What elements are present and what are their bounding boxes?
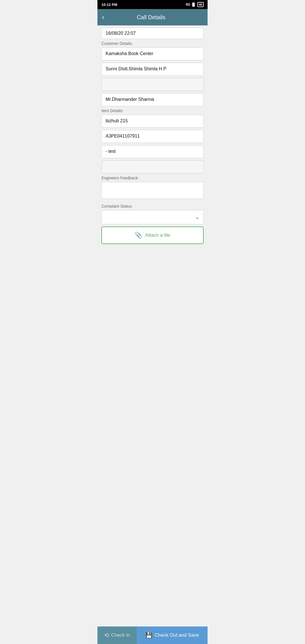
complaint-status-label: Complaint Status: [101, 204, 204, 208]
customer-details-label: Customer Details: [101, 41, 204, 46]
customer-name-field[interactable]: Kamaksha Book Center [101, 47, 204, 60]
item-serial-field[interactable]: A3PE041107911 [101, 130, 204, 143]
datetime-field: 16/08/20 22:07 [101, 28, 204, 39]
contact-person-field[interactable]: Mr.Dharmander Sharma [101, 93, 204, 106]
customer-field3[interactable] [101, 78, 204, 91]
paperclip-icon: 📎 [135, 232, 142, 239]
attach-file-button[interactable]: 📎 Attach a file [101, 227, 204, 244]
status-right: 4G ▐▌ 46 [186, 2, 204, 7]
signal-icon: 4G ▐▌ [186, 3, 196, 6]
status-bar: 10:12 PM 4G ▐▌ 46 [97, 0, 208, 9]
battery-icon: 46 [197, 2, 204, 7]
item-field4[interactable] [101, 160, 204, 173]
attach-file-label: Attach a file [145, 232, 170, 238]
item-model-field[interactable]: bizhub 215 [101, 115, 204, 128]
header: ‹ Call Details [97, 9, 208, 25]
header-title: Call Details [108, 14, 195, 21]
status-time: 10:12 PM [101, 3, 117, 7]
item-details-label: Item Details: [101, 108, 204, 113]
item-note-field[interactable]: - test [101, 145, 204, 158]
complaint-status-dropdown[interactable]: ⌄ [101, 210, 204, 224]
main-content: 16/08/20 22:07 Customer Details: Kamaksh… [97, 25, 208, 269]
engineers-feedback-input[interactable] [101, 182, 204, 199]
back-button[interactable]: ‹ [102, 14, 104, 21]
customer-address-field[interactable]: Sunni Distt.Shimla Shimla H.P [101, 63, 204, 76]
engineers-feedback-label: Engineers Feedback: [101, 176, 204, 180]
chevron-down-icon: ⌄ [195, 214, 199, 220]
